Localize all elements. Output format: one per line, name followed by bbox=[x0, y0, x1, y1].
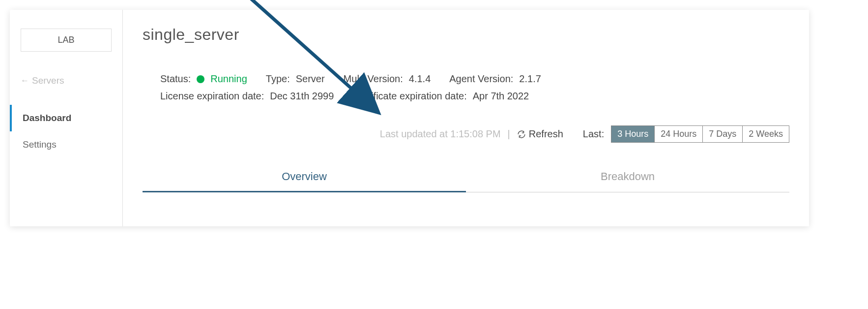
separator: | bbox=[508, 128, 510, 140]
back-label: Servers bbox=[32, 75, 64, 86]
arrow-left-icon: ← bbox=[21, 76, 29, 86]
refresh-label: Refresh bbox=[529, 128, 563, 140]
status-label: Status: bbox=[160, 73, 191, 85]
back-to-servers-link[interactable]: ← Servers bbox=[10, 75, 122, 105]
range-2-weeks[interactable]: 2 Weeks bbox=[743, 126, 789, 142]
status-value: Running bbox=[210, 73, 247, 85]
certificate-expiration-value: Apr 7th 2022 bbox=[473, 91, 529, 102]
sidebar-item-settings[interactable]: Settings bbox=[10, 131, 122, 158]
certificate-expiration-label: Certificate expiration date: bbox=[352, 91, 466, 102]
time-range-toggle: 3 Hours 24 Hours 7 Days 2 Weeks bbox=[611, 125, 789, 143]
license-expiration-label: License expiration date: bbox=[160, 91, 264, 102]
status-field: Status: Running bbox=[160, 73, 247, 85]
type-field: Type: Server bbox=[266, 73, 325, 85]
environment-selector[interactable]: LAB bbox=[21, 29, 112, 52]
certificate-expiration-field: Certificate expiration date: Apr 7th 202… bbox=[352, 91, 529, 102]
mule-version-label: Mule Version: bbox=[344, 73, 403, 85]
license-expiration-value: Dec 31th 2999 bbox=[270, 91, 334, 102]
tab-breakdown[interactable]: Breakdown bbox=[466, 162, 789, 192]
range-7-days[interactable]: 7 Days bbox=[703, 126, 743, 142]
agent-version-label: Agent Version: bbox=[449, 73, 513, 85]
app-shell: LAB ← Servers Dashboard Settings single_… bbox=[10, 10, 809, 226]
mule-version-value: 4.1.4 bbox=[409, 73, 431, 85]
sidebar: LAB ← Servers Dashboard Settings bbox=[10, 10, 123, 226]
type-label: Type: bbox=[266, 73, 290, 85]
main-content: single_server Status: Running Type: Serv… bbox=[123, 10, 809, 226]
last-updated-text: Last updated at 1:15:08 PM bbox=[380, 128, 501, 140]
range-24-hours[interactable]: 24 Hours bbox=[655, 126, 703, 142]
range-label: Last: bbox=[583, 128, 604, 140]
refresh-icon bbox=[517, 130, 526, 139]
page-title: single_server bbox=[143, 26, 789, 44]
server-details-row-1: Status: Running Type: Server Mule Versio… bbox=[160, 73, 789, 85]
server-details-row-2: License expiration date: Dec 31th 2999 C… bbox=[160, 91, 789, 102]
type-value: Server bbox=[296, 73, 325, 85]
tab-overview[interactable]: Overview bbox=[143, 162, 466, 192]
status-dot-icon bbox=[197, 75, 204, 83]
refresh-button[interactable]: Refresh bbox=[517, 128, 563, 140]
agent-version-value: 2.1.7 bbox=[519, 73, 541, 85]
mule-version-field: Mule Version: 4.1.4 bbox=[344, 73, 431, 85]
detail-tabs: Overview Breakdown bbox=[143, 162, 789, 192]
refresh-bar: Last updated at 1:15:08 PM | Refresh Las… bbox=[143, 125, 789, 143]
license-expiration-field: License expiration date: Dec 31th 2999 bbox=[160, 91, 334, 102]
range-3-hours[interactable]: 3 Hours bbox=[611, 126, 655, 142]
agent-version-field: Agent Version: 2.1.7 bbox=[449, 73, 541, 85]
sidebar-item-dashboard[interactable]: Dashboard bbox=[10, 105, 122, 131]
